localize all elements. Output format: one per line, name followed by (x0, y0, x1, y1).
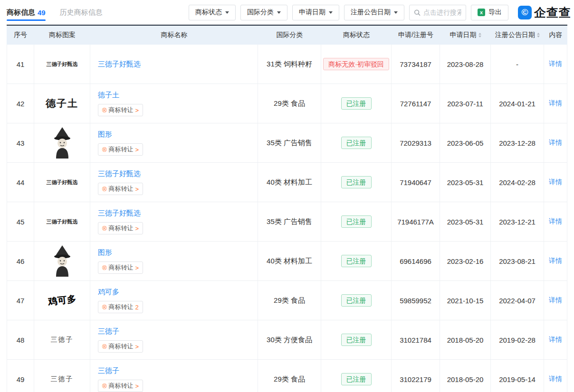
trademark-transfer-tag[interactable]: ® 商标转让 > (98, 222, 143, 234)
apply-date-cell: 2023-07-11 (440, 84, 491, 123)
content-cell: 详情 (544, 163, 567, 202)
row-index: 46 (7, 242, 34, 280)
detail-link[interactable]: 详情 (549, 60, 562, 68)
trademark-name-link[interactable]: 三德子好甄选 (98, 169, 141, 178)
trademark-transfer-tag[interactable]: ® 商标转让 2 (98, 301, 143, 313)
transfer-tag-label: 商标转让 (109, 185, 134, 193)
reg-no-cell: 59859952 (392, 281, 440, 320)
table-row: 43 图形 ® 商标转让 > 3 (7, 123, 567, 163)
status-badge: 已注册 (341, 215, 372, 228)
row-index: 44 (7, 163, 34, 202)
row-index: 49 (7, 360, 34, 392)
tab-history-trademark-info[interactable]: 历史商标信息 (60, 0, 103, 25)
publication-date-cell: 2023-08-21 (491, 242, 544, 280)
trademark-name-link[interactable]: 德子土 (98, 91, 119, 100)
trademark-transfer-tag[interactable]: ® 商标转让 > (98, 143, 143, 156)
status-badge: 已注册 (341, 137, 372, 149)
filter-intl-class-dropdown[interactable]: 国际分类 (240, 5, 287, 20)
column-header-index: 序号 (7, 31, 34, 39)
trademark-name-link[interactable]: 三德子好甄选 (98, 209, 141, 218)
transfer-tag-suffix: > (135, 265, 139, 271)
trademark-name-link[interactable]: 图形 (98, 248, 112, 257)
transfer-tag-label: 商标转让 (109, 342, 134, 351)
column-header-intl-class: 国际分类 (258, 31, 321, 39)
sort-icon[interactable] (478, 33, 481, 37)
search-box[interactable] (409, 5, 466, 20)
detail-link[interactable]: 详情 (549, 217, 562, 226)
intl-class-cell: 29类 食品 (258, 84, 321, 123)
trademark-name-link[interactable]: 图形 (98, 130, 112, 139)
detail-link[interactable]: 详情 (549, 178, 562, 187)
trademark-name-cell: 三德子 ® 商标转让 > (90, 320, 258, 359)
table-row: 45 三德子好甄选 三德子好甄选 ® 商标转让 > (7, 202, 567, 242)
detail-link[interactable]: 详情 (549, 375, 562, 383)
qichacha-logo-icon: © (518, 6, 532, 19)
trademark-name-cell: 图形 ® 商标转让 > (90, 123, 258, 162)
trademark-name-link[interactable]: 三德子 (98, 327, 119, 336)
content-cell: 详情 (544, 320, 567, 359)
table-row: 46 图形 ® 商标转让 > 4 (7, 242, 567, 281)
excel-icon: x (478, 9, 485, 16)
row-index: 43 (7, 123, 34, 162)
filter-label: 申请日期 (299, 8, 325, 17)
trademark-transfer-tag[interactable]: ® 商标转让 > (98, 183, 143, 195)
trademark-name-link[interactable]: 三德子好甄选 (98, 60, 141, 69)
trademark-image-cell: 三德子好甄选 (34, 45, 90, 84)
content-cell: 详情 (544, 281, 567, 320)
sort-icon[interactable] (537, 33, 540, 37)
status-badge: 已注册 (341, 255, 372, 267)
apply-date-cell: 2023-05-31 (440, 163, 491, 202)
detail-link[interactable]: 详情 (549, 296, 562, 305)
registered-icon: ® (102, 383, 107, 389)
intl-class-cell: 31类 饲料种籽 (258, 45, 321, 84)
publication-date-cell: - (491, 45, 544, 84)
qichacha-logo: © 企查查 (518, 5, 571, 20)
filter-trademark-status-dropdown[interactable]: 商标状态 (189, 5, 236, 20)
status-cell: 已注册 (321, 360, 392, 392)
trademark-name-cell: 德子土 ® 商标转让 > (90, 84, 258, 123)
trademark-name-link[interactable]: 鸡可多 (98, 288, 119, 297)
search-icon (414, 9, 421, 16)
detail-link[interactable]: 详情 (549, 139, 562, 147)
status-cell: 已注册 (321, 281, 392, 320)
row-index: 47 (7, 281, 34, 320)
trademark-transfer-tag[interactable]: ® 商标转让 > (98, 380, 143, 392)
content-cell: 详情 (544, 45, 567, 84)
publication-date-cell: 2022-04-07 (491, 281, 544, 320)
table-body: 41 三德子好甄选 三德子好甄选 (7, 45, 567, 392)
chevron-down-icon (329, 11, 333, 14)
transfer-tag-label: 商标转让 (109, 224, 134, 233)
trademark-text-image: 德子土 (46, 97, 78, 110)
reg-no-cell: 69614696 (392, 242, 440, 280)
registered-icon: ® (102, 344, 107, 350)
column-header-mark-image: 商标图案 (34, 31, 90, 39)
transfer-tag-label: 商标转让 (109, 303, 134, 311)
trademark-transfer-tag[interactable]: ® 商标转让 > (98, 104, 143, 116)
chevron-down-icon (277, 11, 281, 14)
tab-trademark-info[interactable]: 商标信息 49 (7, 0, 46, 25)
detail-link[interactable]: 详情 (549, 336, 562, 344)
search-input[interactable] (423, 9, 461, 16)
reg-no-cell: 72029313 (392, 123, 440, 162)
detail-link[interactable]: 详情 (549, 257, 562, 265)
table-row: 49 三德子 三德子 ® 商标转让 > (7, 360, 567, 392)
transfer-tag-label: 商标转让 (109, 263, 134, 272)
filter-label: 注册公告日期 (351, 8, 391, 17)
trademark-text-image: 鸡可多 (47, 293, 77, 308)
trademark-image-cell: 德子土 (34, 84, 90, 123)
trademark-transfer-tag[interactable]: ® 商标转让 > (98, 340, 143, 353)
filter-apply-date-dropdown[interactable]: 申请日期 (292, 5, 339, 20)
trademark-name-link[interactable]: 三德子 (98, 366, 119, 375)
export-button[interactable]: x 导出 (471, 5, 508, 20)
trademark-transfer-tag[interactable]: ® 商标转让 > (98, 261, 143, 274)
filter-publication-date-dropdown[interactable]: 注册公告日期 (344, 5, 404, 20)
row-index: 41 (7, 45, 34, 84)
status-cell: 已注册 (321, 242, 392, 280)
reg-no-cell: 31022179 (392, 360, 440, 392)
registered-icon: ® (102, 186, 107, 192)
detail-link[interactable]: 详情 (549, 99, 562, 108)
content-cell: 详情 (544, 242, 567, 280)
status-cell: 已注册 (321, 202, 392, 241)
trademark-name-cell: 图形 ® 商标转让 > (90, 242, 258, 280)
apply-date-cell: 2023-08-28 (440, 45, 491, 84)
